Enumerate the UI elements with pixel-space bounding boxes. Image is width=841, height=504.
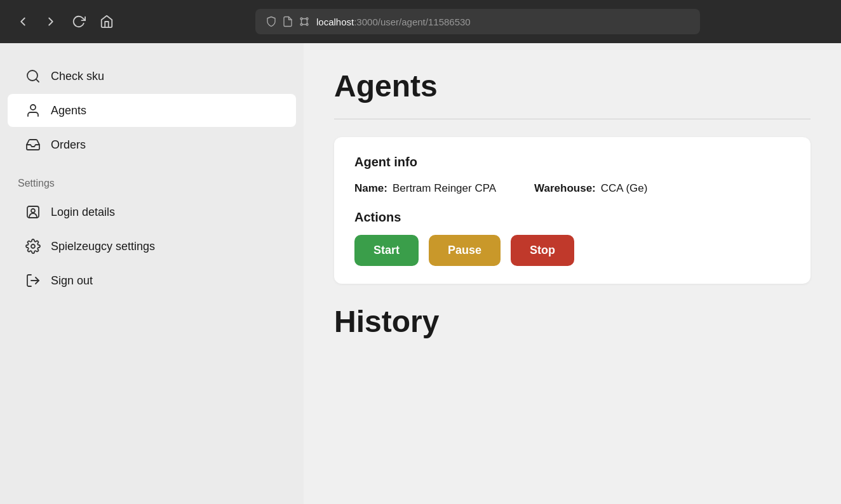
svg-point-12 — [31, 209, 35, 213]
pause-button[interactable]: Pause — [429, 235, 501, 266]
warehouse-label: Warehouse: — [534, 182, 596, 195]
document-icon — [282, 16, 293, 27]
warehouse-value: CCA (Ge) — [601, 182, 648, 195]
actions-title: Actions — [354, 210, 790, 225]
url-host: localhost — [316, 17, 354, 27]
search-icon — [25, 69, 41, 84]
svg-point-13 — [31, 244, 35, 248]
sidebar-label-spielzeugcy-settings: Spielzeugcy settings — [51, 240, 155, 253]
sidebar-item-orders[interactable]: Orders — [8, 128, 296, 161]
svg-point-10 — [30, 105, 36, 110]
gear-icon — [25, 239, 41, 254]
home-button[interactable] — [97, 11, 117, 32]
address-bar[interactable]: localhost:3000/user/agent/11586530 — [255, 9, 700, 34]
main-layout: Check sku Agents Orders Settings — [0, 43, 841, 504]
history-title: History — [334, 304, 811, 339]
name-label: Name: — [354, 182, 387, 195]
sidebar-label-sign-out: Sign out — [51, 274, 93, 288]
sidebar-item-sign-out[interactable]: Sign out — [8, 264, 296, 297]
inbox-icon — [25, 137, 41, 152]
sidebar-label-login-details: Login details — [51, 206, 115, 219]
agent-card: Agent info Name: Bertram Reinger CPA War… — [334, 137, 811, 284]
back-button[interactable] — [13, 11, 33, 32]
page-divider — [334, 119, 811, 119]
forward-button[interactable] — [41, 11, 61, 32]
sidebar-label-agents: Agents — [51, 104, 86, 117]
shield-icon — [266, 16, 277, 27]
address-bar-icons — [266, 16, 310, 27]
browser-chrome: localhost:3000/user/agent/11586530 — [0, 0, 841, 43]
sidebar-item-agents[interactable]: Agents — [8, 94, 296, 127]
address-url: localhost:3000/user/agent/11586530 — [316, 17, 471, 27]
sign-out-icon — [25, 273, 41, 288]
reload-button[interactable] — [69, 11, 89, 32]
person-icon — [25, 103, 41, 118]
sidebar-label-check-sku: Check sku — [51, 70, 104, 83]
agent-name-field: Name: Bertram Reinger CPA — [354, 182, 496, 195]
settings-section-label: Settings — [0, 162, 304, 194]
agent-info-title: Agent info — [354, 155, 790, 169]
nav-buttons — [13, 11, 117, 32]
person-badge-icon — [25, 204, 41, 220]
sidebar-item-spielzeugcy-settings[interactable]: Spielzeugcy settings — [8, 230, 296, 263]
action-buttons: Start Pause Stop — [354, 235, 790, 266]
name-value: Bertram Reinger CPA — [393, 182, 496, 195]
agent-warehouse-field: Warehouse: CCA (Ge) — [534, 182, 647, 195]
start-button[interactable]: Start — [354, 235, 419, 266]
sidebar-label-orders: Orders — [51, 138, 86, 152]
svg-line-9 — [36, 79, 39, 82]
stop-button[interactable]: Stop — [511, 235, 574, 266]
agent-info-row: Name: Bertram Reinger CPA Warehouse: CCA… — [354, 182, 790, 195]
url-path: :3000/user/agent/11586530 — [354, 17, 471, 27]
content-area: Agents Agent info Name: Bertram Reinger … — [304, 43, 841, 504]
connections-icon — [299, 16, 310, 27]
sidebar: Check sku Agents Orders Settings — [0, 43, 304, 504]
sidebar-item-login-details[interactable]: Login details — [8, 196, 296, 229]
sidebar-item-check-sku[interactable]: Check sku — [8, 60, 296, 93]
page-title: Agents — [334, 69, 811, 103]
